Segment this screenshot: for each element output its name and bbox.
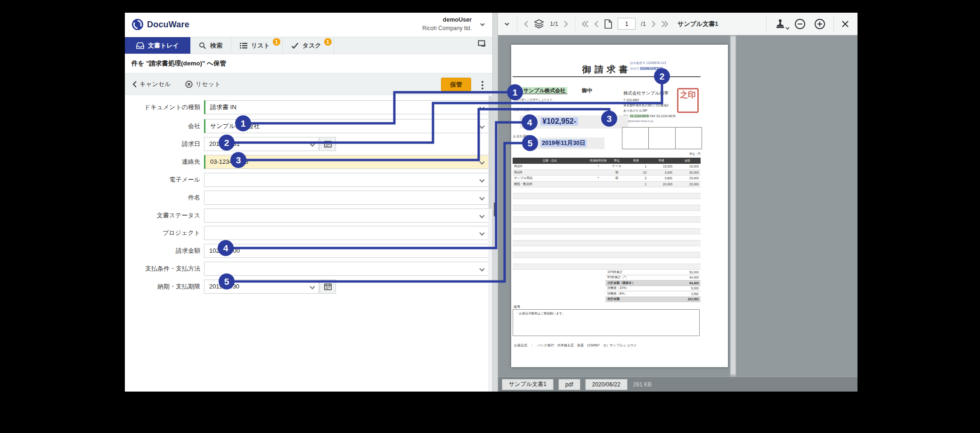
tab-tasks-badge: 1 [324,38,332,46]
invoice-line-items: 品番・品名 軽減税率対象 単位 数量 単価 金額 商品A*ケース115,0001… [513,158,701,270]
field-row-contact: 連絡先 03-1234-5678 [125,155,492,169]
tab-label: タスク [302,41,321,50]
contact-input[interactable]: 03-1234-5678 [204,155,489,169]
chevron-down-icon[interactable] [479,104,484,110]
doc-status-select[interactable] [204,208,489,223]
invoice-empty-row [513,205,701,211]
due-date-input[interactable]: 2019/11/30 [204,280,319,294]
zoom-in-button[interactable] [814,18,825,30]
tab-search[interactable]: 検索 [190,37,231,54]
due-date-calendar-button[interactable] [319,280,336,294]
viewer-canvas: 御請求書 請求書番号 12345678-123 請求日 2019年10月31日 … [498,35,736,377]
invoice-date-input[interactable]: 2019/10/31 [204,137,319,151]
store-button[interactable]: 保管 [441,78,471,91]
notes-label: 備考 [514,305,520,309]
viewer-tools [762,13,853,35]
viewer-toolbar: 1/1 /1 [498,13,858,35]
next-page-icon[interactable] [652,21,656,27]
invoice-addressee-line: サンプル株式会社 御中 [522,87,592,94]
tab-label: 文書トレイ [148,41,179,50]
viewer-document-title: サンプル文書1 [678,20,718,28]
amount-input[interactable]: 102,952.00 [204,244,489,258]
close-viewer-button[interactable] [841,20,849,28]
form-scrollbar[interactable] [488,95,492,392]
seal-glyphs: 之印 [680,90,696,99]
tab-tasks[interactable]: タスク 1 [283,37,334,54]
payment-terms-select[interactable] [204,262,489,276]
store-header: 件を "請求書処理(demo)" へ保管 [125,54,492,73]
viewer-scrollbar[interactable] [730,35,736,377]
prev-section-icon[interactable] [524,21,528,27]
chevron-down-icon[interactable] [310,284,315,289]
check-icon [291,42,299,49]
tab-lists[interactable]: リスト 1 [231,37,283,54]
field-row-company: 会社 サンプル株式会社 [125,119,492,133]
chevron-down-icon[interactable] [479,230,484,235]
invoice-empty-row [513,223,701,229]
field-row-project: プロジェクト [125,226,492,240]
last-page-icon[interactable] [662,21,668,27]
user-menu-chevron-down-icon[interactable] [479,21,486,28]
field-value: サンプル株式会社 [210,122,260,129]
chevron-down-icon[interactable] [310,141,315,146]
reset-button[interactable]: リセット [185,73,220,95]
invoice-empty-row [513,187,701,193]
chevron-down-icon[interactable] [479,159,484,164]
stamp-tool-button[interactable] [775,19,785,29]
tab-document-tray[interactable]: 文書トレイ [125,37,190,54]
project-select[interactable] [204,226,489,240]
next-section-icon[interactable] [564,21,568,27]
field-value: 2019/10/31 [209,140,240,147]
tab-label: リスト [251,41,270,50]
notes-box: ・お振込手数料はご負担願います。 [513,309,700,336]
sender-name: 株式会社サンプル商事 [623,89,680,97]
unit-note: 単位：円 [671,152,701,156]
chevron-down-icon[interactable] [479,266,484,271]
col-unit-price: 単価 [648,159,674,163]
splitter-grip[interactable] [494,202,497,216]
status-store-date[interactable]: 2020/06/22 [585,379,628,390]
invoice-date-calendar-button[interactable] [319,137,336,151]
more-options-icon[interactable] [481,80,484,91]
viewer-statusbar: サンプル文書1 pdf 2020/06/22 261 KB [498,377,858,392]
col-amount: 金額 [674,159,701,163]
chevron-down-icon[interactable] [479,213,484,218]
panel-splitter[interactable] [492,13,498,392]
invoice-empty-row [513,258,701,264]
invoice-sender-block: 株式会社サンプル商事 〒123-4567 東京都中央区丸の内1丁目2番地3 あり… [623,89,680,124]
field-label: 請求金額 [125,244,200,258]
email-input[interactable] [204,173,489,187]
zoom-out-button[interactable] [794,18,806,30]
company-seal-stamp: 之印 [677,88,699,113]
sender-zip: 〒123-4567 [623,97,680,103]
company-select[interactable]: サンプル株式会社 [204,119,489,133]
cancel-label: キャンセル [139,80,171,88]
subject-input[interactable] [204,191,489,205]
totals-row: 10%対象計50,000 [605,270,701,275]
prev-page-icon[interactable] [594,21,598,27]
invoice-meta: 請求書番号 12345678-123 請求日 2019年10月31日 [630,60,701,72]
status-doc-name[interactable]: サンプル文書1 [502,379,554,390]
document-viewer: 1/1 /1 [498,13,858,392]
cancel-button[interactable]: キャンセル [132,73,171,95]
viewer-collapse-chevron-down-icon[interactable] [504,21,510,27]
chevron-down-icon[interactable] [479,123,484,128]
field-row-subject: 件名 [125,191,492,205]
field-label: 電子メール [125,173,200,187]
first-page-icon[interactable] [582,21,588,27]
field-row-invoice-date: 請求日 2019/10/31 [125,137,492,151]
document-type-select[interactable]: 請求書 IN [204,100,489,114]
scrollbar-thumb[interactable] [731,36,735,375]
chevron-down-icon[interactable] [479,177,484,182]
reset-label: リセット [196,80,220,88]
open-new-window-icon[interactable] [478,40,487,48]
chevron-down-icon[interactable] [479,195,484,200]
field-label: 支払条件・支払方法 [125,262,200,276]
stamp-chevron-down-icon [785,26,790,30]
status-file-type[interactable]: pdf [558,379,580,390]
user-menu[interactable]: demoUser Ricoh Company ltd. [422,16,472,32]
page-number-input[interactable] [618,18,636,30]
field-label: 連絡先 [125,155,200,169]
invoice-page[interactable]: 御請求書 請求書番号 12345678-123 請求日 2019年10月31日 … [511,45,728,367]
note-text: ・お振込手数料はご負担願います。 [516,312,565,315]
